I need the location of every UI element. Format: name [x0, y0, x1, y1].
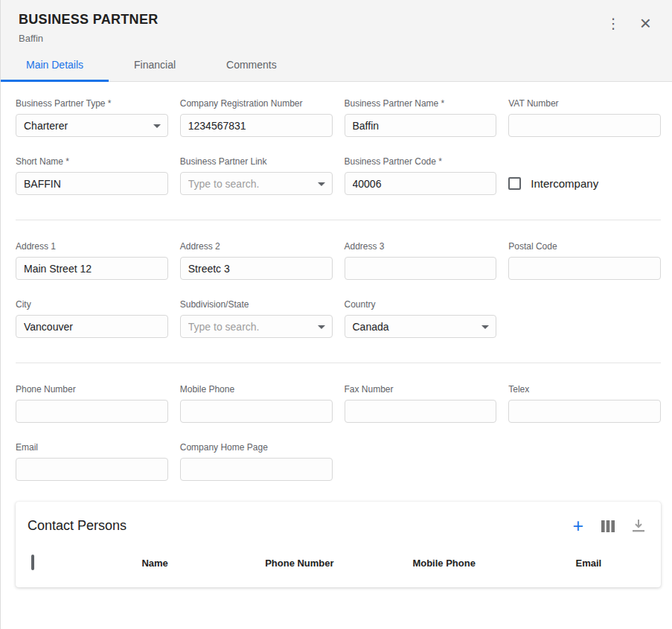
contact-persons-card: Contact Persons + Name Phone Numbe	[16, 502, 661, 587]
column-header-email: Email	[516, 558, 661, 569]
field-company-registration-number: Company Registration Number	[180, 98, 333, 137]
kebab-menu-icon[interactable]: ⋮	[607, 16, 621, 31]
address-3-input[interactable]	[345, 257, 497, 280]
dialog-header: BUSINESS PARTNER Baffin ⋮ ×	[1, 0, 672, 48]
business-partner-code-input[interactable]	[345, 172, 497, 195]
columns-icon[interactable]	[601, 520, 615, 532]
telex-label: Telex	[508, 384, 661, 395]
field-fax-number: Fax Number	[345, 384, 497, 423]
page-title: BUSINESS PARTNER	[19, 12, 654, 28]
close-icon[interactable]: ×	[640, 13, 651, 33]
intercompany-checkbox[interactable]	[508, 177, 521, 190]
short-name-input[interactable]	[16, 172, 168, 195]
contact-persons-table-header: Name Phone Number Mobile Phone Email	[16, 547, 661, 583]
field-mobile-phone: Mobile Phone	[180, 384, 333, 423]
download-icon[interactable]	[633, 520, 644, 532]
field-address-2: Address 2	[180, 241, 333, 280]
field-business-partner-code: Business Partner Code *	[345, 156, 497, 195]
header-actions: ⋮ ×	[607, 13, 651, 33]
address-1-label: Address 1	[16, 241, 168, 252]
field-country: Country Canada	[345, 299, 497, 338]
vat-number-input[interactable]	[508, 114, 661, 137]
tab-bar: Main Details Financial Comments	[1, 48, 672, 82]
fax-number-label: Fax Number	[345, 384, 497, 395]
field-short-name: Short Name *	[16, 156, 168, 195]
phone-number-input[interactable]	[16, 400, 168, 423]
field-email: Email	[16, 442, 168, 481]
email-label: Email	[16, 442, 168, 453]
address-2-input[interactable]	[180, 257, 333, 280]
column-header-mobile-phone: Mobile Phone	[372, 558, 516, 569]
country-label: Country	[345, 299, 497, 310]
short-name-label: Short Name *	[16, 156, 168, 167]
address-section: Address 1 Address 2 Address 3 Postal Cod…	[1, 225, 672, 338]
field-subdivision-state: Subdivision/State	[180, 299, 333, 338]
field-postal-code: Postal Code	[508, 241, 661, 280]
empty-cell	[508, 299, 661, 338]
tab-comments[interactable]: Comments	[201, 48, 302, 82]
business-partner-type-select[interactable]: Charterer	[16, 114, 168, 137]
telex-input[interactable]	[508, 400, 661, 423]
subdivision-state-label: Subdivision/State	[180, 299, 333, 310]
business-partner-name-label: Business Partner Name *	[345, 98, 497, 109]
field-business-partner-name: Business Partner Name *	[345, 98, 497, 137]
business-partner-type-label: Business Partner Type *	[16, 98, 168, 109]
identity-section: Business Partner Type * Charterer Compan…	[1, 82, 672, 195]
city-input[interactable]	[16, 315, 168, 338]
field-address-1: Address 1	[16, 241, 168, 280]
field-company-home-page: Company Home Page	[180, 442, 333, 481]
section-divider	[16, 363, 661, 363]
company-registration-number-input[interactable]	[180, 114, 333, 137]
business-partner-name-input[interactable]	[345, 114, 497, 137]
field-address-3: Address 3	[345, 241, 497, 280]
add-contact-button[interactable]: +	[572, 517, 583, 535]
column-header-name: Name	[83, 558, 227, 569]
contact-persons-header: Contact Persons +	[16, 502, 661, 547]
select-all-cell	[16, 556, 83, 569]
field-telex: Telex	[508, 384, 661, 423]
business-partner-link-combobox[interactable]	[180, 172, 333, 195]
column-header-phone-number: Phone Number	[227, 558, 371, 569]
tab-main-details[interactable]: Main Details	[1, 48, 109, 82]
business-partner-code-label: Business Partner Code *	[345, 156, 497, 167]
mobile-phone-label: Mobile Phone	[180, 384, 333, 395]
field-vat-number: VAT Number	[508, 98, 661, 137]
subdivision-state-combobox[interactable]	[180, 315, 333, 338]
company-home-page-input[interactable]	[180, 458, 333, 481]
select-all-checkbox[interactable]	[31, 555, 34, 570]
field-business-partner-link: Business Partner Link	[180, 156, 333, 195]
field-phone-number: Phone Number	[16, 384, 168, 423]
email-field[interactable]	[16, 458, 168, 481]
fax-number-input[interactable]	[345, 400, 497, 423]
address-3-label: Address 3	[345, 241, 497, 252]
address-2-label: Address 2	[180, 241, 333, 252]
field-business-partner-type: Business Partner Type * Charterer	[16, 98, 168, 137]
communication-section: Phone Number Mobile Phone Fax Number Tel…	[1, 368, 672, 481]
vat-number-label: VAT Number	[508, 98, 661, 109]
contact-persons-toolbar: +	[572, 517, 644, 535]
section-divider	[16, 220, 661, 220]
contact-persons-title: Contact Persons	[28, 518, 127, 534]
business-partner-link-label: Business Partner Link	[180, 156, 333, 167]
postal-code-input[interactable]	[508, 257, 661, 280]
company-registration-number-label: Company Registration Number	[180, 98, 333, 109]
address-1-input[interactable]	[16, 257, 168, 280]
company-home-page-label: Company Home Page	[180, 442, 333, 453]
mobile-phone-input[interactable]	[180, 400, 333, 423]
city-label: City	[16, 299, 168, 310]
phone-number-label: Phone Number	[16, 384, 168, 395]
intercompany-label: Intercompany	[531, 177, 598, 190]
tab-financial[interactable]: Financial	[109, 48, 201, 82]
field-city: City	[16, 299, 168, 338]
postal-code-label: Postal Code	[508, 241, 661, 252]
field-intercompany: Intercompany	[508, 156, 661, 195]
country-select[interactable]: Canada	[345, 315, 497, 338]
page-subtitle: Baffin	[19, 33, 654, 44]
